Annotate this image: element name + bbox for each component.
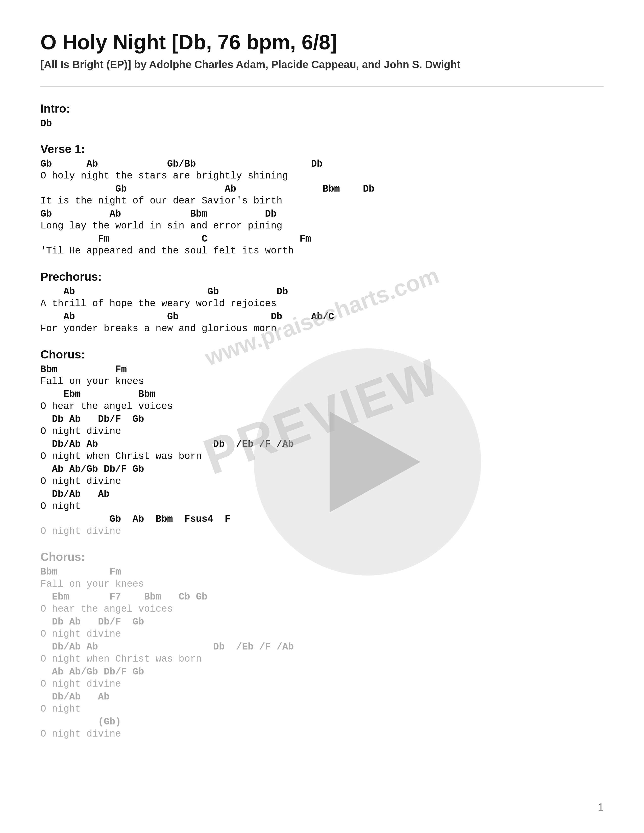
section-label-prechorus: Prechorus: [40, 270, 604, 283]
chord-line: Db [40, 118, 604, 130]
lyric-line: Fall on your knees [40, 375, 604, 388]
section-label-chorus2: Chorus: [40, 550, 604, 564]
page: O Holy Night [Db, 76 bpm, 6/8] [All Is B… [0, 0, 644, 833]
lyric-line: O hear the angel voices [40, 400, 604, 412]
lyric-line: O night when Christ was born [40, 450, 604, 462]
song-content: Intro:DbVerse 1:Gb Ab Gb/Bb DbO holy nig… [40, 102, 604, 740]
chord-line: Ab Ab/Gb Db/F Gb [40, 463, 604, 475]
lyric-line: 'Til He appeared and the soul felt its w… [40, 244, 604, 257]
lyric-line: For yonder breaks a new and glorious mor… [40, 322, 604, 335]
lyric-line: O night divine [40, 628, 604, 640]
chord-line: Ab Gb Db [40, 286, 604, 298]
chord-line: Db/Ab Ab [40, 489, 604, 500]
chord-line: Db Ab Db/F Gb [40, 616, 604, 628]
chord-line: Gb Ab Bbm Db [40, 183, 604, 195]
chord-line: Fm C Fm [40, 233, 604, 245]
chord-line: Bbm Fm [40, 566, 604, 578]
lyric-line: O night divine [40, 678, 604, 690]
lyric-line: O night [40, 703, 604, 715]
lyric-line: Long lay the world in sin and error pini… [40, 220, 604, 232]
section-label-verse1: Verse 1: [40, 142, 604, 156]
page-title: O Holy Night [Db, 76 bpm, 6/8] [40, 30, 604, 54]
lyric-line: O night [40, 500, 604, 512]
section-label-intro: Intro: [40, 102, 604, 115]
chord-line: Bbm Fm [40, 364, 604, 375]
section-label-chorus1: Chorus: [40, 347, 604, 361]
chord-line: Ebm F7 Bbm Cb Gb [40, 591, 604, 603]
section-chorus2: Chorus:Bbm FmFall on your knees Ebm F7 B… [40, 550, 604, 740]
page-number: 1 [598, 801, 604, 813]
chord-line: Db/Ab Ab Db /Eb /F /Ab [40, 641, 604, 653]
chord-line: Gb Ab Bbm Db [40, 208, 604, 220]
chord-line: Db/Ab Ab Db /Eb /F /Ab [40, 439, 604, 450]
divider [40, 86, 604, 87]
chord-line: Db/Ab Ab [40, 691, 604, 703]
section-intro: Intro:Db [40, 102, 604, 130]
lyric-line: O night when Christ was born [40, 653, 604, 665]
section-chorus1: Chorus:Bbm FmFall on your knees Ebm BbmO… [40, 347, 604, 538]
page-subtitle: [All Is Bright (EP)] by Adolphe Charles … [40, 59, 604, 71]
lyric-line: O holy night the stars are brightly shin… [40, 170, 604, 182]
chord-line: Ab Ab/Gb Db/F Gb [40, 666, 604, 678]
chord-line: Ebm Bbm [40, 389, 604, 400]
chord-line: Gb Ab Bbm Fsus4 F [40, 513, 604, 525]
chord-line: Db Ab Db/F Gb [40, 413, 604, 425]
lyric-line: O hear the angel voices [40, 603, 604, 615]
chord-line: Ab Gb Db Ab/C [40, 311, 604, 323]
lyric-line: It is the night of our dear Savior's bir… [40, 195, 604, 207]
section-verse1: Verse 1:Gb Ab Gb/Bb DbO holy night the s… [40, 142, 604, 257]
lyric-line: Fall on your knees [40, 578, 604, 590]
chord-line: Gb Ab Gb/Bb Db [40, 158, 604, 170]
lyric-line: O night divine [40, 475, 604, 487]
lyric-line: O night divine [40, 525, 604, 537]
section-prechorus: Prechorus: Ab Gb DbA thrill of hope the … [40, 270, 604, 335]
lyric-line: O night divine [40, 425, 604, 437]
lyric-line: A thrill of hope the weary world rejoice… [40, 298, 604, 310]
lyric-line: O night divine [40, 728, 604, 740]
chord-line: (Gb) [40, 716, 604, 728]
